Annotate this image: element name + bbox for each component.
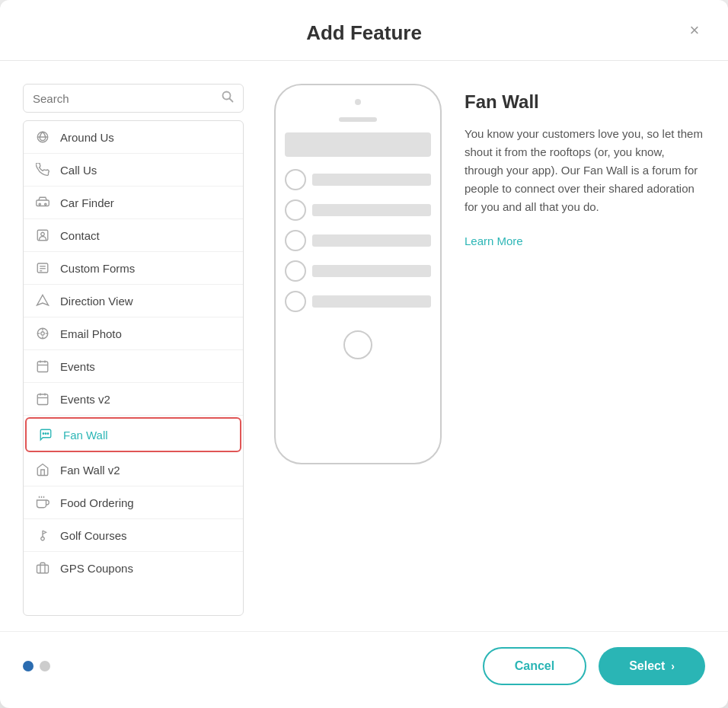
phone-line: [312, 204, 431, 216]
modal-body: Around UsCall UsCar FinderContactCustom …: [0, 61, 728, 631]
svg-line-1: [230, 99, 233, 102]
phone-avatar: [285, 291, 306, 312]
search-icon: [222, 91, 234, 106]
svg-point-30: [47, 433, 49, 435]
svg-point-34: [41, 537, 45, 541]
fan-wall-v2-label: Fan Wall v2: [60, 464, 120, 477]
modal-footer: Cancel Select ›: [0, 631, 728, 708]
list-item-call-us[interactable]: Call Us: [24, 154, 243, 187]
learn-more-link[interactable]: Learn More: [465, 234, 705, 247]
pagination-dot-active: [23, 661, 34, 671]
phone-avatar: [285, 169, 306, 190]
phone-list-row: [285, 199, 431, 221]
golf-courses-icon: [34, 527, 51, 544]
phone-list-row: [285, 169, 431, 190]
svg-rect-24: [37, 394, 48, 405]
phone-line: [312, 234, 431, 247]
phone-home-button: [343, 330, 372, 359]
phone-line: [312, 265, 431, 277]
around-us-label: Around Us: [60, 131, 114, 144]
phone-header-bar: [285, 132, 431, 157]
food-ordering-label: Food Ordering: [60, 496, 134, 509]
phone-avatar: [285, 260, 306, 282]
modal: Add Feature × Around UsCall UsCar Finder…: [0, 0, 728, 708]
list-item-gps-coupons[interactable]: GPS Coupons: [24, 552, 243, 584]
svg-rect-9: [37, 263, 48, 273]
list-item-custom-forms[interactable]: Custom Forms: [24, 252, 243, 285]
list-item-golf-courses[interactable]: Golf Courses: [24, 519, 243, 552]
svg-rect-20: [37, 362, 48, 372]
cancel-button[interactable]: Cancel: [483, 647, 586, 685]
car-finder-icon: [34, 194, 51, 211]
contact-icon: [34, 227, 51, 244]
phone-mockup: [274, 84, 442, 616]
phone-speaker: [339, 117, 377, 122]
list-item-events[interactable]: Events: [24, 350, 243, 383]
phone-line: [312, 174, 431, 186]
svg-point-6: [45, 203, 46, 205]
svg-rect-4: [37, 200, 49, 206]
list-item-fan-wall-v2[interactable]: Fan Wall v2: [24, 454, 243, 486]
fan-wall-v2-icon: [34, 461, 51, 478]
chevron-right-icon: ›: [671, 660, 675, 672]
phone-list-row: [285, 260, 431, 282]
food-ordering-icon: [34, 494, 51, 511]
svg-rect-35: [37, 565, 49, 573]
list-item-contact[interactable]: Contact: [24, 219, 243, 252]
fan-wall-icon: [37, 426, 54, 443]
custom-forms-icon: [34, 260, 51, 276]
select-button[interactable]: Select ›: [599, 647, 705, 685]
feature-info: Fan Wall You know your customers love yo…: [465, 84, 705, 616]
feature-name: Fan Wall: [465, 91, 705, 113]
direction-view-label: Direction View: [60, 295, 133, 308]
search-input[interactable]: [33, 92, 222, 105]
email-photo-icon: [34, 325, 51, 342]
custom-forms-label: Custom Forms: [60, 262, 135, 275]
events-v2-label: Events v2: [60, 393, 110, 406]
modal-header: Add Feature ×: [0, 0, 728, 61]
events-label: Events: [60, 360, 95, 373]
phone-avatar: [285, 199, 306, 221]
fan-wall-label: Fan Wall: [63, 429, 108, 442]
svg-point-8: [41, 232, 45, 236]
phone-line: [312, 295, 431, 308]
left-panel: Around UsCall UsCar FinderContactCustom …: [23, 84, 244, 616]
svg-marker-13: [37, 295, 49, 306]
events-v2-icon: [34, 391, 51, 407]
gps-coupons-label: GPS Coupons: [60, 562, 133, 575]
direction-view-icon: [34, 292, 51, 309]
phone-list-row: [285, 230, 431, 251]
search-box: [23, 84, 244, 113]
feature-list: Around UsCall UsCar FinderContactCustom …: [23, 120, 244, 616]
list-item-direction-view[interactable]: Direction View: [24, 285, 243, 317]
modal-title: Add Feature: [306, 21, 422, 45]
list-item-food-ordering[interactable]: Food Ordering: [24, 486, 243, 519]
list-item-around-us[interactable]: Around Us: [24, 121, 243, 154]
events-icon: [34, 358, 51, 375]
close-button[interactable]: ×: [682, 18, 707, 43]
svg-point-28: [43, 433, 44, 435]
car-finder-label: Car Finder: [60, 196, 114, 209]
svg-point-5: [39, 203, 40, 205]
list-item-events-v2[interactable]: Events v2: [24, 383, 243, 416]
golf-courses-label: Golf Courses: [60, 529, 127, 542]
around-us-icon: [34, 129, 51, 145]
list-item-car-finder[interactable]: Car Finder: [24, 187, 243, 219]
call-us-icon: [34, 161, 51, 178]
svg-point-29: [45, 433, 46, 435]
pagination-dot-inactive: [40, 661, 50, 671]
email-photo-label: Email Photo: [60, 327, 122, 340]
pagination-dots: [23, 661, 50, 671]
svg-point-15: [41, 332, 45, 336]
phone-avatar: [285, 230, 306, 251]
right-panel: Fan Wall You know your customers love yo…: [259, 84, 705, 616]
list-item-fan-wall[interactable]: Fan Wall: [25, 417, 241, 452]
contact-label: Contact: [60, 229, 100, 242]
phone-camera: [355, 99, 361, 105]
list-item-email-photo[interactable]: Email Photo: [24, 317, 243, 350]
footer-buttons: Cancel Select ›: [483, 647, 705, 685]
phone-list-row: [285, 291, 431, 312]
gps-coupons-icon: [34, 560, 51, 576]
call-us-label: Call Us: [60, 164, 97, 177]
feature-description: You know your customers love you, so let…: [465, 125, 705, 216]
